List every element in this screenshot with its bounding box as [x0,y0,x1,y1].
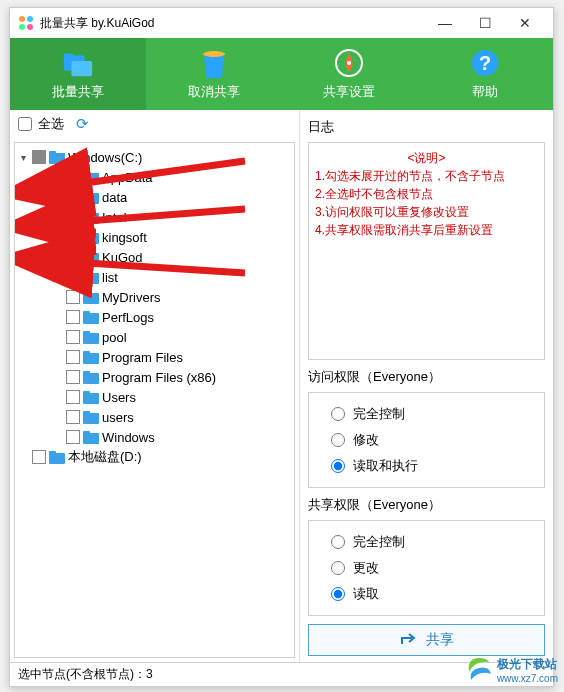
tree-item-label: kingsoft [102,230,147,245]
tree-checkbox[interactable] [66,430,80,444]
folder-tree[interactable]: ▾ Windows(C:) ▶AppData▶dataIntel▶kingsof… [14,142,295,658]
tree-checkbox[interactable] [66,230,80,244]
access-perm-label: 访问权限（Everyone） [308,368,545,386]
titlebar: 批量共享 by.KuAiGod — ☐ ✕ [10,8,553,38]
tree-checkbox[interactable] [66,170,80,184]
tree-item-label: Intel [102,210,127,225]
compass-icon [333,47,365,79]
expand-icon[interactable]: ▶ [51,232,63,243]
tree-checkbox[interactable] [66,410,80,424]
svg-rect-37 [83,391,90,396]
share-change-radio[interactable]: 更改 [319,555,534,581]
left-pane: 全选 ⟳ ▾ Windows(C:) ▶AppData▶dataIntel▶ki… [10,110,300,662]
tree-row[interactable]: pool [17,327,292,347]
svg-rect-27 [83,291,90,296]
tree-checkbox[interactable] [66,310,80,324]
access-modify-radio[interactable]: 修改 [319,427,534,453]
tree-row[interactable]: ▶list [17,267,292,287]
svg-rect-43 [49,451,56,456]
tree-checkbox[interactable] [32,450,46,464]
folder-icon [83,430,99,444]
refresh-icon[interactable]: ⟳ [76,115,89,133]
tree-checkbox[interactable] [66,370,80,384]
watermark-icon [465,656,493,684]
tree-checkbox[interactable] [66,210,80,224]
tree-row[interactable]: users [17,407,292,427]
folder-icon [83,210,99,224]
tree-row[interactable]: KuGod [17,247,292,267]
log-box: <说明> 1.勾选未展开过的节点，不含子节点 2.全选时不包含根节点 3.访问权… [308,142,545,360]
folder-icon [83,390,99,404]
tree-item-label: KuGod [102,250,142,265]
tree-row[interactable]: PerfLogs [17,307,292,327]
log-label: 日志 [308,118,545,136]
tree-checkbox[interactable] [66,290,80,304]
access-full-radio[interactable]: 完全控制 [319,401,534,427]
svg-rect-39 [83,411,90,416]
svg-point-9 [347,61,351,65]
select-all-checkbox[interactable] [18,117,32,131]
svg-point-0 [19,16,25,22]
tree-checkbox[interactable] [32,150,46,164]
expand-icon[interactable]: ▾ [17,152,29,163]
watermark-site: 极光下载站 [497,656,558,673]
svg-rect-6 [71,61,92,76]
expand-icon[interactable]: ▶ [51,272,63,283]
share-full-radio[interactable]: 完全控制 [319,529,534,555]
tree-row[interactable]: ▶AppData [17,167,292,187]
log-title: <说明> [315,149,538,167]
svg-rect-25 [83,271,90,276]
svg-rect-5 [64,54,73,60]
share-button[interactable]: 共享 [308,624,545,656]
folder-icon [83,410,99,424]
left-header: 全选 ⟳ [10,110,299,138]
tree-row[interactable]: Program Files [17,347,292,367]
tree-checkbox[interactable] [66,250,80,264]
tree-item-label: data [102,190,127,205]
tree-row[interactable]: Intel [17,207,292,227]
expand-icon[interactable]: ▶ [51,172,63,183]
svg-rect-33 [83,351,90,356]
share-settings-button[interactable]: 共享设置 [282,38,418,110]
share-read-radio[interactable]: 读取 [319,581,534,607]
tree-item-label: list [102,270,118,285]
access-read-exec-radio[interactable]: 读取和执行 [319,453,534,479]
svg-point-3 [27,24,33,30]
share-button-label: 共享 [426,631,454,649]
content-area: 全选 ⟳ ▾ Windows(C:) ▶AppData▶dataIntel▶ki… [10,110,553,662]
folder-icon [83,310,99,324]
toolbar-label: 共享设置 [323,83,375,101]
access-perm-box: 完全控制 修改 读取和执行 [308,392,545,488]
close-button[interactable]: ✕ [505,9,545,37]
tree-item-label: Windows [102,430,155,445]
tree-checkbox[interactable] [66,190,80,204]
log-line: 4.共享权限需取消共享后重新设置 [315,221,538,239]
toolbar-label: 取消共享 [188,83,240,101]
tree-row[interactable]: ▶kingsoft [17,227,292,247]
unshare-button[interactable]: 取消共享 [146,38,282,110]
tree-checkbox[interactable] [66,270,80,284]
tree-checkbox[interactable] [66,330,80,344]
tree-row[interactable]: MyDrivers [17,287,292,307]
batch-share-button[interactable]: 批量共享 [10,38,146,110]
minimize-button[interactable]: — [425,9,465,37]
folder-icon [83,250,99,264]
maximize-button[interactable]: ☐ [465,9,505,37]
help-button[interactable]: ? 帮助 [417,38,553,110]
tree-row[interactable]: Users [17,387,292,407]
folder-share-icon [62,47,94,79]
tree-row[interactable]: Windows [17,427,292,447]
tree-row[interactable]: ▶data [17,187,292,207]
main-toolbar: 批量共享 取消共享 共享设置 ? 帮助 [10,38,553,110]
toolbar-label: 帮助 [472,83,498,101]
tree-checkbox[interactable] [66,390,80,404]
share-arrow-icon [400,632,418,649]
expand-icon[interactable]: ▶ [51,192,63,203]
svg-rect-23 [83,251,90,256]
tree-item-label: Program Files (x86) [102,370,216,385]
tree-checkbox[interactable] [66,350,80,364]
help-icon: ? [469,47,501,79]
folder-icon [83,370,99,384]
tree-row[interactable]: Program Files (x86) [17,367,292,387]
svg-rect-35 [83,371,90,376]
